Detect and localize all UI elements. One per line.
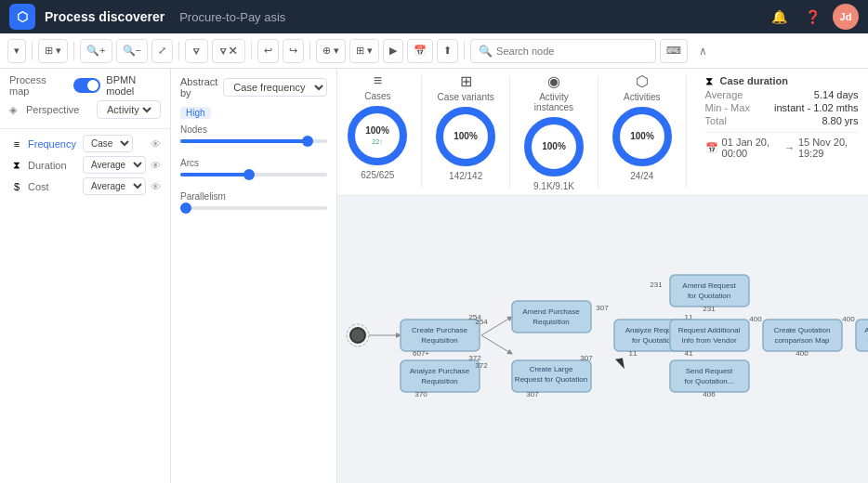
svg-text:for Quotation: for Quotation — [632, 336, 675, 345]
svg-text:11: 11 — [629, 349, 638, 358]
arrow-tool-btn[interactable]: ▾ — [7, 39, 26, 63]
svg-text:231: 231 — [704, 305, 717, 313]
perspective-dropdown[interactable]: Activity — [103, 103, 154, 116]
total-duration-label: Total — [705, 115, 727, 126]
avg-duration-label: Average — [705, 89, 743, 100]
frequency-select[interactable]: Case — [83, 135, 133, 152]
activities-stat: ⬡ Activities 100% 24/24 — [610, 72, 675, 191]
process-map-label: Process map — [9, 74, 68, 97]
svg-text:307: 307 — [581, 354, 594, 362]
high-badge: High — [180, 107, 211, 119]
svg-rect-23 — [401, 360, 480, 392]
collapse-btn[interactable]: ∧ — [691, 40, 714, 62]
nodes-slider-row: Nodes — [180, 124, 327, 152]
minmax-duration-val: instant - 1.02 mths — [774, 102, 859, 113]
timeframe-row: 📅 01 Jan 20, 00:00 → 15 Nov 20, 19:29 — [705, 132, 859, 159]
cost-label: Cost — [28, 181, 79, 192]
svg-text:370: 370 — [415, 390, 428, 398]
abstract-by-select[interactable]: Case frequency — [223, 78, 327, 97]
svg-text:22↑: 22↑ — [373, 138, 383, 145]
search-icon: 🔍 — [479, 45, 493, 58]
help-icon[interactable]: ❓ — [799, 4, 825, 30]
arcs-label: Arcs — [180, 158, 327, 168]
cost-icon: $ — [9, 181, 24, 192]
cases-icon: ≡ — [374, 72, 382, 89]
duration-visibility-icon[interactable]: 👁 — [151, 160, 161, 171]
nodes-label: Nodes — [180, 124, 327, 135]
svg-rect-28 — [512, 301, 591, 333]
svg-rect-49 — [670, 360, 749, 392]
notification-icon[interactable]: 🔔 — [766, 4, 792, 30]
svg-text:100%: 100% — [366, 125, 390, 136]
perspective-select[interactable]: Activity — [97, 100, 161, 119]
activity-instances-circle: 100% — [521, 114, 586, 179]
cost-row: $ Cost Average 👁 — [9, 177, 161, 195]
svg-text:607+: 607+ — [413, 349, 429, 358]
process-map-toggle[interactable] — [73, 78, 100, 93]
minmax-duration-row: Min - Max instant - 1.02 mths — [705, 102, 859, 113]
cases-label: Cases — [364, 91, 390, 101]
search-input[interactable] — [496, 46, 648, 57]
filter-remove-btn[interactable]: ⛛✕ — [212, 39, 245, 63]
svg-text:406: 406 — [704, 390, 717, 398]
svg-rect-53 — [763, 320, 842, 351]
svg-point-1 — [351, 110, 403, 162]
frequency-visibility-icon[interactable]: 👁 — [151, 138, 161, 150]
case-variants-circle: 100% — [433, 104, 498, 169]
frequency-row: ≡ Frequency Case 👁 — [9, 135, 161, 152]
parallelism-label: Parallelism — [180, 191, 327, 202]
zoom-out-btn[interactable]: 🔍− — [116, 39, 148, 63]
svg-text:Requisition: Requisition — [422, 336, 459, 345]
cases-stat: ≡ Cases 100% 22↑ 625/625 — [345, 72, 410, 191]
cost-select[interactable]: Average — [83, 177, 146, 195]
stats-top: ≡ Cases 100% 22↑ 625/625 ⊞ Case variants — [337, 69, 868, 196]
timeframe-start: 01 Jan 20, 00:00 — [722, 137, 781, 159]
svg-text:Analyze Purchase: Analyze Purchase — [410, 367, 470, 375]
perspective-icon: ◈ — [9, 104, 17, 116]
svg-text:400: 400 — [750, 315, 763, 323]
activity-instances-label: Activity instances — [521, 92, 586, 112]
svg-text:comparison Map: comparison Map — [775, 336, 831, 345]
avg-duration-val: 5.14 days — [814, 89, 859, 100]
case-variants-label: Case variants — [438, 92, 494, 102]
app-title: Process discoverer — [45, 9, 164, 24]
options-btn[interactable]: ⊞ ▾ — [349, 39, 379, 63]
keyboard-btn[interactable]: ⌨ — [660, 39, 688, 63]
export-btn[interactable]: ⬆ — [437, 39, 458, 63]
play-btn[interactable]: ⊕ ▾ — [316, 39, 346, 63]
app-logo: ⬡ — [9, 4, 35, 30]
undo-btn[interactable]: ↩ — [257, 39, 279, 63]
activities-sub: 24/24 — [630, 171, 653, 181]
timeframe-end: 15 Nov 20, 19:29 — [798, 137, 859, 159]
avatar[interactable]: Jd — [833, 4, 859, 30]
case-variants-stat: ⊞ Case variants 100% 142/142 — [433, 72, 498, 191]
duration-panel: ⧗ Case duration Average 5.14 days Min - … — [698, 72, 866, 191]
filter-btn[interactable]: ⛛ — [185, 39, 208, 63]
duration-panel-title: Case duration — [720, 75, 788, 86]
duration-panel-icon: ⧗ — [705, 74, 713, 87]
redo-btn[interactable]: ↪ — [283, 39, 304, 63]
cost-visibility-icon[interactable]: 👁 — [151, 181, 161, 192]
duration-select[interactable]: Average — [83, 156, 146, 174]
calendar-btn[interactable]: 📅 — [407, 39, 433, 63]
svg-text:100%: 100% — [454, 131, 478, 141]
minmax-duration-label: Min - Max — [705, 102, 750, 113]
svg-text:231: 231 — [651, 281, 664, 289]
perspective-label: Perspective — [26, 104, 91, 115]
frequency-icon: ≡ — [9, 138, 24, 150]
overlay-section: ≡ Frequency Case 👁 ⧗ Duration Average 👁 … — [0, 129, 170, 204]
canvas-area[interactable]: ⛛ Create Purchase — [337, 196, 868, 483]
svg-text:for Quotation: for Quotation — [688, 292, 730, 300]
fit-btn[interactable]: ⤢ — [151, 39, 173, 63]
activity-instances-stat: ◉ Activity instances 100% 9.1K/9.1K — [521, 72, 586, 191]
svg-text:100%: 100% — [630, 131, 654, 141]
svg-text:Info from Vendor: Info from Vendor — [682, 336, 737, 345]
svg-text:Create Purchase: Create Purchase — [412, 326, 468, 334]
zoom-in-btn[interactable]: 🔍+ — [80, 39, 112, 63]
animate-btn[interactable]: ▶ — [383, 39, 403, 63]
perspective-row: ◈ Perspective Activity — [9, 100, 161, 119]
svg-text:Send Request: Send Request — [686, 367, 733, 375]
layout-btn[interactable]: ⊞ ▾ — [38, 39, 68, 63]
abstract-by-label: Abstract by — [180, 76, 217, 98]
avg-duration-row: Average 5.14 days — [705, 89, 859, 100]
